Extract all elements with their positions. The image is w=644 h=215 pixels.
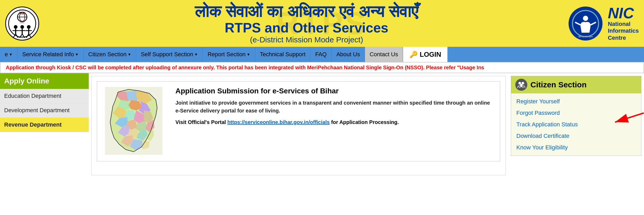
citizen-link-eligibility[interactable]: Know Your Eligibility <box>516 143 636 152</box>
header-english-title: RTPS and Other Services <box>44 20 569 35</box>
nav-contact-us[interactable]: Contact Us <box>365 47 403 62</box>
svg-point-4 <box>14 25 17 29</box>
main-content: Apply Online Education Department Develo… <box>0 73 644 178</box>
self-support-arrow-icon: ▼ <box>194 52 198 56</box>
sidebar-item-revenue[interactable]: Revenue Department <box>0 118 89 132</box>
navbar: e ▼ Service Related Info ▼ Citizen Secti… <box>0 47 644 62</box>
citizen-link-download-cert[interactable]: Download Certificate <box>516 131 636 141</box>
citizen-section-box: Citizen Section Register Yourself Forgot… <box>511 76 641 156</box>
nav-home[interactable]: e ▼ <box>0 47 17 62</box>
citizen-section-icon <box>515 79 527 91</box>
svg-point-27 <box>518 82 521 84</box>
svg-text:अधिनियम: अधिनियम <box>20 22 25 24</box>
citizen-links: Register Yourself Forgot Password Track … <box>511 93 641 156</box>
center-para1: Joint initiative to provide government s… <box>175 99 492 115</box>
sidebar-item-education[interactable]: Education Department <box>0 89 89 103</box>
nav-citizen-section[interactable]: Citizen Section ▼ <box>84 47 136 62</box>
nic-logo: NIC National Informatics Centre <box>608 5 639 41</box>
svg-point-9 <box>20 25 24 29</box>
header-center: लोक सेवाओं का अधिकार एवं अन्य सेवाएँ RTP… <box>44 3 569 44</box>
nav-service-related-info[interactable]: Service Related Info ▼ <box>17 47 84 62</box>
nav-technical-support[interactable]: Technical Support <box>255 47 311 62</box>
nav-login[interactable]: 🔑 LOGIN <box>403 47 447 62</box>
home-arrow-icon: ▼ <box>9 52 13 56</box>
center-heading: Application Submission for e-Services of… <box>175 87 492 95</box>
page-header: RTPS <box>0 0 644 47</box>
svg-point-29 <box>520 84 523 87</box>
bihar-map-svg <box>105 87 162 155</box>
citizen-section-title: Citizen Section <box>530 80 587 89</box>
svg-point-24 <box>583 16 588 21</box>
sidebar-items: Education Department Development Departm… <box>0 89 89 132</box>
left-sidebar: Apply Online Education Department Develo… <box>0 73 89 178</box>
center-box: Application Submission for e-Services of… <box>97 81 500 161</box>
nav-self-support-section[interactable]: Self Support Section ▼ <box>136 47 203 62</box>
portal-suffix: for Application Processing. <box>331 119 399 125</box>
sidebar-item-development[interactable]: Development Department <box>0 103 89 118</box>
nav-about-us[interactable]: About Us <box>332 47 365 62</box>
citizen-link-register[interactable]: Register Yourself <box>516 97 636 106</box>
ticker-bar: Application through Kiosk / CSC will be … <box>0 62 644 73</box>
svg-text:लोक सेवाओं का: लोक सेवाओं का <box>19 11 26 13</box>
sidebar-header: Apply Online <box>0 73 89 89</box>
nic-subtitle: National Informatics Centre <box>608 21 639 41</box>
svg-point-14 <box>27 25 31 29</box>
header-hindi-title: लोक सेवाओं का अधिकार एवं अन्य सेवाएँ <box>44 3 569 20</box>
red-arrow-indicator <box>610 108 644 127</box>
service-arrow-icon: ▼ <box>75 52 79 56</box>
center-text-area: Application Submission for e-Services of… <box>175 87 492 130</box>
header-subtitle: (e-District Mission Mode Project) <box>44 35 569 44</box>
portal-link-para: Visit Official's Portal https://serviceo… <box>175 118 492 126</box>
svg-line-31 <box>615 113 644 122</box>
nav-faq[interactable]: FAQ <box>310 47 332 62</box>
right-sidebar: Citizen Section Register Yourself Forgot… <box>508 73 644 178</box>
nic-text: NIC <box>608 5 634 21</box>
portal-prefix: Visit Official's Portal <box>175 119 227 125</box>
svg-text:बिहार: बिहार <box>20 13 24 15</box>
portal-link[interactable]: https://serviceonline.bihar.gov.in/offic… <box>227 119 330 125</box>
nav-report-section[interactable]: Report Section ▼ <box>203 47 255 62</box>
bihar-map-container <box>105 87 168 156</box>
citizen-arrow-icon: ▼ <box>128 52 131 56</box>
ticker-text: Application through Kiosk / CSC will be … <box>6 65 484 70</box>
key-icon: 🔑 <box>409 50 418 59</box>
svg-text:बिहार प्राथमिक सूचना: बिहार प्राथमिक सूचना <box>578 36 593 38</box>
svg-point-28 <box>522 82 524 84</box>
blue-circle-logo: बिहार प्राथमिक सूचना <box>569 7 602 41</box>
center-content: Application Submission for e-Services of… <box>91 76 506 175</box>
left-logo: बिहार लोक सेवाओं का अधिकार अधिनियम <box>5 7 39 41</box>
report-arrow-icon: ▼ <box>247 52 250 56</box>
right-logos: बिहार प्राथमिक सूचना NIC National Inform… <box>569 5 639 41</box>
citizen-section-header: Citizen Section <box>511 76 641 93</box>
svg-text:अधिकार: अधिकार <box>20 20 25 22</box>
